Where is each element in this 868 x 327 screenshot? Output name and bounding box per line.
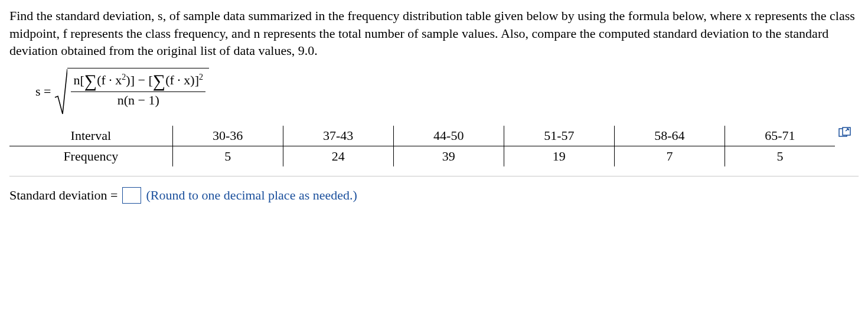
n-prefix: n	[73, 73, 80, 87]
sqrt: n[∑(f · x2)] − [∑(f · x)]2 n(n − 1)	[54, 68, 208, 115]
interval-cell: 44-50	[393, 126, 504, 146]
answer-label: Standard deviation =	[9, 188, 118, 203]
bracket-open-2: [	[148, 73, 152, 87]
popout-icon[interactable]	[838, 126, 851, 141]
sigma-icon: ∑	[153, 71, 165, 91]
frequency-cell: 7	[614, 146, 725, 167]
radical-icon	[54, 68, 67, 115]
bracket-close-2: ]	[195, 73, 199, 87]
minus: −	[138, 73, 145, 87]
svg-rect-1	[843, 127, 850, 135]
exp-2b: 2	[199, 73, 203, 81]
table-row: Interval 30-36 37-43 44-50 51-57 58-64 6…	[9, 126, 835, 146]
interval-cell: 37-43	[283, 126, 393, 146]
frequency-cell: 19	[504, 146, 614, 167]
denominator: n(n − 1)	[118, 92, 159, 108]
frequency-table: Interval 30-36 37-43 44-50 51-57 58-64 6…	[9, 126, 835, 166]
frequency-cell: 39	[393, 146, 504, 167]
row-label-frequency: Frequency	[9, 146, 172, 167]
numerator: n[∑(f · x2)] − [∑(f · x)]2	[71, 71, 205, 92]
interval-cell: 58-64	[614, 126, 725, 146]
interval-cell: 65-71	[725, 126, 835, 146]
formula-lhs: s =	[35, 84, 51, 99]
fx2-inner: (f · x	[97, 73, 122, 87]
interval-cell: 51-57	[504, 126, 614, 146]
row-label-interval: Interval	[9, 126, 172, 146]
bracket-open-1: [	[80, 73, 84, 87]
interval-cell: 30-36	[172, 126, 283, 146]
frequency-cell: 5	[172, 146, 283, 167]
bracket-close-1: )]	[126, 73, 135, 87]
table-row: Frequency 5 24 39 19 7 5	[9, 146, 835, 167]
answer-row: Standard deviation = (Round to one decim…	[9, 187, 859, 204]
frequency-cell: 5	[725, 146, 835, 167]
formula: s = n[∑(f · x2)] − [∑(f · x)]2 n(n − 1)	[35, 68, 859, 115]
fx-inner: (f · x)	[165, 73, 194, 87]
sigma-icon: ∑	[84, 71, 97, 91]
question-text: Find the standard deviation, s, of sampl…	[9, 7, 859, 60]
standard-deviation-input[interactable]	[122, 187, 141, 204]
frequency-cell: 24	[283, 146, 393, 167]
fraction: n[∑(f · x2)] − [∑(f · x)]2 n(n − 1)	[71, 71, 205, 108]
rounding-hint: (Round to one decimal place as needed.)	[146, 188, 357, 203]
